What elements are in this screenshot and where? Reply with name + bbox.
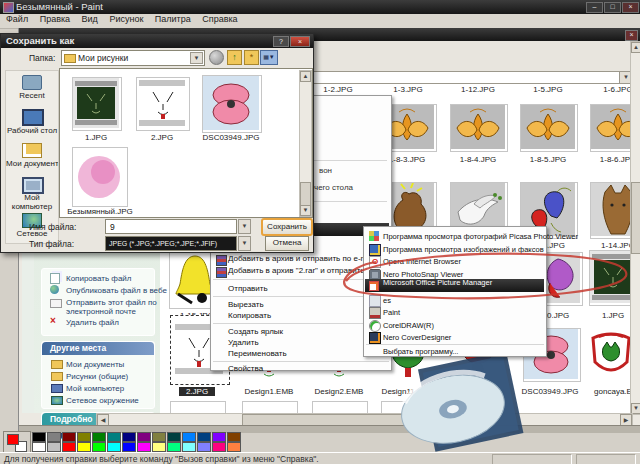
cancel-button[interactable]: Отмена [265,236,309,251]
menu-view[interactable]: Вид [82,14,98,24]
minimize-button[interactable]: – [586,2,603,13]
palette-swatch[interactable] [47,432,61,442]
palette-swatch[interactable] [137,442,151,452]
file-label[interactable]: 1-8-4.JPG [448,155,508,164]
file-thumbnail[interactable] [520,104,578,152]
dialog-list-scrollbar[interactable]: ▲ ▼ [299,70,312,217]
palette-swatch[interactable] [167,432,181,442]
file-thumbnail[interactable] [450,104,508,152]
menu-palette[interactable]: Палитра [155,14,191,24]
palette-swatch[interactable] [62,442,76,452]
maximize-button[interactable]: □ [604,2,621,13]
open-with-item-highlighted[interactable]: Microsoft Office Picture Manager [365,279,544,292]
task-delete-file[interactable]: Удалить файл [66,318,119,327]
palette-swatch[interactable] [137,432,151,442]
dialog-close-icon[interactable]: × [290,36,310,47]
filetype-combobox[interactable]: JPEG (*.JPG;*.JPEG;*.JPE;*.JFIF) [105,236,237,251]
file-label[interactable]: Design1.EMB [236,387,302,396]
menu-edit[interactable]: Правка [40,14,70,24]
open-with-item[interactable]: Paint [383,308,400,317]
open-with-choose-program[interactable]: Выбрать программу... [383,347,458,356]
palette-swatch[interactable] [122,442,136,452]
scroll-down-icon[interactable]: ▼ [300,205,311,216]
palette-swatch[interactable] [77,432,91,442]
palette-swatch[interactable] [212,442,226,452]
dialog-file-label[interactable]: 1.JPG [72,133,120,142]
palette-swatch[interactable] [152,432,166,442]
palette-swatch[interactable] [167,442,181,452]
scroll-up-icon[interactable]: ▲ [300,71,311,82]
open-with-item[interactable]: Opera Internet Browser [383,257,461,266]
explorer-close-icon[interactable]: × [625,30,638,41]
file-label[interactable]: Design2.EMB [306,387,372,396]
menu-help[interactable]: Справка [202,14,237,24]
open-with-item[interactable]: es [383,296,391,305]
palette-swatch[interactable] [182,442,196,452]
context-menu-item[interactable]: Свойства [228,364,263,373]
file-label[interactable]: 1-8-5.JPG [518,155,578,164]
current-colors-box[interactable] [3,431,31,454]
open-with-item[interactable]: CorelDRAW(R) [383,321,434,330]
dialog-file-label[interactable]: 2.JPG [136,133,188,142]
dialog-file-label[interactable]: Безымянный.JPG [64,207,136,216]
palette-swatch[interactable] [122,432,136,442]
task-publish-web[interactable]: Опубликовать файл в вебе [66,286,167,295]
palette-swatch[interactable] [92,442,106,452]
desktop-icon[interactable] [22,109,44,126]
dropdown-icon[interactable]: ▼ [190,52,203,64]
context-menu-item[interactable]: Создать ярлык [228,327,283,336]
foreground-color-swatch[interactable] [7,434,19,445]
file-thumbnail[interactable] [589,328,633,380]
palette-swatch[interactable] [197,442,211,452]
open-with-item[interactable]: Программа просмотра фотографий Picasa Ph… [383,232,578,241]
context-menu-item[interactable]: Вырезать [228,300,264,309]
palette-swatch[interactable] [152,442,166,452]
palette-swatch[interactable] [62,432,76,442]
file-label[interactable]: 1-5.JPG [518,85,578,94]
file-label[interactable]: 1-2.JPG [308,85,368,94]
file-label[interactable]: DSC03949.JPG [517,387,583,396]
palette-swatch[interactable] [212,432,226,442]
context-menu-item[interactable]: Добавить в архив и отправить по e-mail..… [228,254,382,263]
file-label[interactable]: 1-3.JPG [378,85,438,94]
open-with-item[interactable]: Программа просмотра изображений и факсов [383,245,544,254]
up-one-level-icon[interactable]: ↑ [227,50,242,65]
selected-file-label[interactable]: 2.JPG [179,387,215,396]
close-button[interactable]: × [622,2,639,13]
context-menu-item[interactable]: Переименовать [228,349,287,358]
other-places-header[interactable]: Другие места [42,342,154,355]
palette-swatch[interactable] [92,432,106,442]
filename-dropdown-icon[interactable]: ▼ [238,219,251,234]
dialog-file-thumbnail[interactable] [72,77,122,131]
place-label[interactable]: Мои документы [6,159,58,168]
palette-swatch[interactable] [227,432,241,442]
palette-swatch[interactable] [107,432,121,442]
palette-swatch[interactable] [32,432,46,442]
dialog-file-label[interactable]: DSC03949.JPG [198,133,264,142]
folder-combobox[interactable]: Мои рисунки ▼ [61,50,205,66]
dialog-file-thumbnail[interactable] [72,147,128,207]
help-icon[interactable]: ? [273,36,289,47]
computer-icon[interactable] [22,177,44,194]
scrollbar-thumb[interactable] [300,182,311,206]
palette-swatch[interactable] [227,442,241,452]
context-menu-item[interactable]: Копировать [228,311,271,320]
palette-swatch[interactable] [47,442,61,452]
documents-icon[interactable] [22,143,42,158]
task-email-file[interactable]: Отправить этот файл по электронной почте [66,298,158,316]
save-button[interactable]: Сохранить [261,218,313,236]
filetype-dropdown-icon[interactable]: ▼ [238,236,251,251]
place-network[interactable]: Сетевое окружение [66,396,139,405]
scrollbar-thumb[interactable] [631,182,640,254]
dialog-file-thumbnail[interactable] [202,75,262,133]
filename-input[interactable]: 9 [105,219,237,234]
file-label[interactable]: 1-12.JPG [448,85,508,94]
place-shared-pictures[interactable]: Рисунки (общие) [66,372,128,381]
palette-swatch[interactable] [77,442,91,452]
palette-swatch[interactable] [182,432,196,442]
task-copy-file[interactable]: Копировать файл [66,274,131,283]
menu-image[interactable]: Рисунок [109,14,143,24]
open-with-item[interactable]: Nero CoverDesigner [383,333,451,342]
recent-folder-icon[interactable] [22,75,42,90]
place-label[interactable]: Мой компьютер [6,193,58,211]
